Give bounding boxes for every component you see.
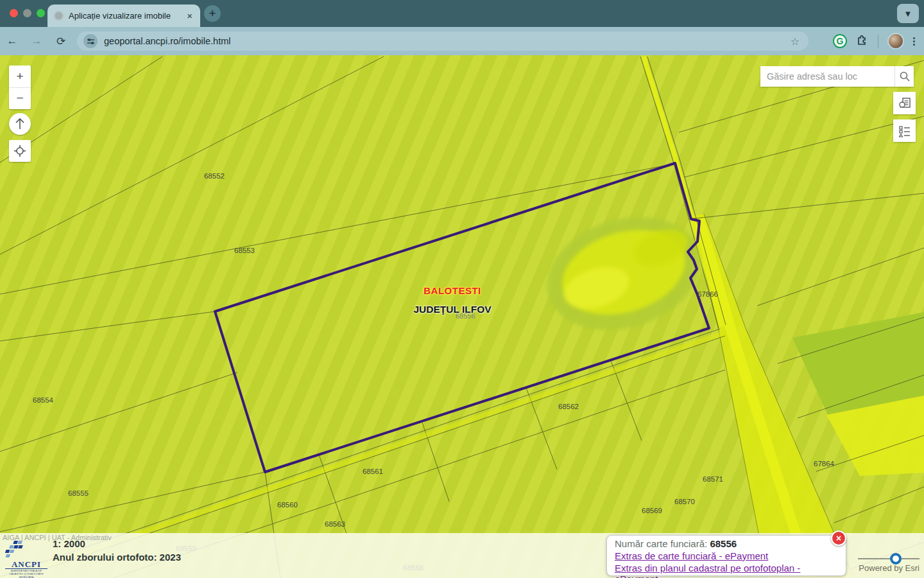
vegetation-patch: [533, 199, 714, 348]
new-tab-button[interactable]: +: [204, 5, 221, 22]
parcel-label-68555: 68555: [68, 489, 89, 497]
ortho-year: Anul zborului ortofoto: 2023: [53, 552, 181, 563]
tab-close-icon[interactable]: ×: [185, 10, 194, 21]
ancpi-wordmark: ANCPI: [5, 560, 47, 569]
browser-tab-bar: Aplicație vizualizare imobile × + ▼: [0, 0, 924, 27]
crosshair-icon: [13, 144, 26, 157]
parcel-label-68563: 68563: [325, 520, 345, 528]
tab-search-chevron-button[interactable]: ▼: [897, 4, 919, 23]
zoom-out-button[interactable]: −: [9, 87, 31, 109]
parcel-label-67864: 67864: [814, 460, 834, 468]
extensions-puzzle-icon[interactable]: [856, 33, 869, 49]
ancpi-subtitle: AGENŢIA NAŢIONALĂ DE CADASTRU ŞI PUBLICI…: [5, 569, 47, 578]
link-extras-carte-funciara[interactable]: Extras de carte funciară - ePayment: [615, 550, 838, 561]
link-extras-plan-cadastral[interactable]: Extras din planul cadastral pe ortofotop…: [615, 563, 838, 578]
window-minimize-button[interactable]: [23, 9, 31, 17]
legend-button[interactable]: [893, 119, 916, 142]
parcel-label-68562: 68562: [558, 403, 579, 410]
parcel-label-68570: 68570: [674, 498, 695, 505]
parcel-label-67866: 67866: [697, 290, 718, 298]
city-label: BALOTESTI: [375, 285, 529, 296]
ancpi-logo: ANCPI AGENŢIA NAŢIONALĂ DE CADASTRU ŞI P…: [5, 541, 47, 578]
land-book-number: Număr carte funciară: 68556: [615, 538, 838, 549]
back-button[interactable]: ←: [4, 35, 21, 48]
parcel-label-68552: 68552: [204, 172, 225, 180]
url-text[interactable]: geoportal.ancpi.ro/imobile.html: [104, 36, 791, 46]
search-button[interactable]: [894, 66, 914, 87]
tab-title: Aplicație vizualizare imobile: [69, 11, 180, 21]
document-search-icon: [898, 96, 912, 110]
parcel-label-68560: 68560: [277, 501, 298, 509]
window-fullscreen-button[interactable]: [37, 9, 45, 17]
tab-favicon-icon: [54, 11, 64, 21]
ancpi-logo-mosaic: [5, 541, 31, 557]
parcel-label-68553: 68553: [234, 247, 255, 254]
toolbar-extensions-area: G: [833, 27, 915, 55]
county-label: JUDEŢUL ILFOV: [375, 304, 529, 315]
zoom-control: + −: [9, 66, 31, 109]
bookmark-star-icon[interactable]: ☆: [791, 35, 802, 48]
site-settings-icon[interactable]: [83, 34, 98, 48]
address-bar[interactable]: geoportal.ancpi.ro/imobile.html ☆: [77, 31, 809, 51]
search-input[interactable]: [760, 66, 894, 87]
parcel-label-68554: 68554: [33, 396, 53, 404]
north-arrow-icon: [13, 117, 26, 131]
map-scale: 1: 2000: [53, 538, 85, 549]
zoom-in-button[interactable]: +: [9, 66, 31, 87]
esri-credit: Powered by Esri: [858, 563, 920, 573]
window-close-button[interactable]: [10, 9, 18, 17]
legend-list-icon: [898, 124, 912, 138]
address-search: [760, 66, 914, 87]
basemap-slider[interactable]: [858, 558, 920, 559]
identify-results-button[interactable]: [893, 92, 916, 114]
reload-button[interactable]: ⟳: [53, 35, 69, 48]
parcel-label-68571: 68571: [703, 475, 723, 483]
locate-me-button[interactable]: [9, 140, 31, 162]
parcel-label-68569: 68569: [642, 507, 662, 514]
parcel-label-68561: 68561: [363, 468, 383, 475]
map-canvas[interactable]: 6855268553685546855568556685596856068561…: [0, 55, 924, 578]
compass-north-button[interactable]: [9, 113, 31, 135]
browser-tab[interactable]: Aplicație vizualizare imobile ×: [47, 4, 200, 27]
browser-menu-button[interactable]: [913, 37, 915, 46]
forward-button[interactable]: →: [28, 35, 45, 48]
grammarly-extension-icon[interactable]: G: [833, 34, 847, 48]
popup-close-button[interactable]: ×: [831, 530, 846, 546]
search-icon: [899, 71, 911, 82]
parcel-popup: Număr carte funciară: 68556 Extras de ca…: [606, 535, 846, 576]
toolbar-separator: [878, 35, 878, 48]
browser-toolbar: ← → ⟳ geoportal.ancpi.ro/imobile.html ☆: [0, 27, 924, 55]
profile-avatar[interactable]: [887, 33, 904, 49]
